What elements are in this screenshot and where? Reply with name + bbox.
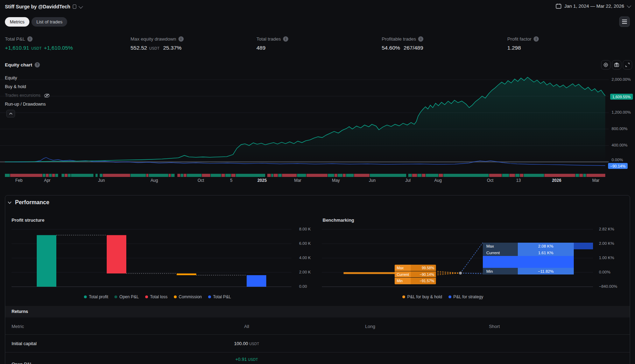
chevron-down-icon	[8, 201, 12, 204]
y-axis-label: 1.00 K%	[599, 256, 614, 260]
legend-pnl-buy-hold[interactable]: P&L for buy & hold	[402, 294, 442, 299]
tab-list-of-trades[interactable]: List of trades	[31, 17, 67, 27]
y-axis-label: 8.00 K	[299, 227, 311, 231]
x-axis-label: Aug	[144, 178, 165, 183]
legend-open-pnl[interactable]: Open P&L	[114, 294, 139, 299]
calendar-icon	[556, 3, 562, 9]
metric-value: 1.298	[507, 45, 521, 51]
performance-header[interactable]: Performance	[8, 199, 49, 206]
x-axis-label: Feb	[8, 178, 29, 183]
date-range-label: Jan 1, 2024 — Mar 22, 2026	[564, 3, 624, 9]
x-axis-label: 2026	[546, 178, 567, 183]
x-axis-label: Jun	[91, 178, 112, 183]
legend-pnl-strategy[interactable]: P&L for strategy	[449, 294, 484, 299]
x-axis-label: Mar	[585, 178, 606, 183]
strategy-title-group[interactable]: Stiff Surge by @DaviddTech	[5, 4, 82, 9]
y-axis-label: 2.00 K	[299, 270, 311, 274]
strategy-tester-panel: Stiff Surge by @DaviddTech Jan 1, 2024 —…	[0, 0, 635, 364]
legend-total-pnl[interactable]: Total P&L	[208, 294, 231, 299]
trade-markers-strip[interactable]	[5, 174, 605, 177]
x-axis-label: 5	[221, 178, 242, 183]
equity-chart-title: Equity chart ?	[5, 62, 40, 67]
x-axis-label: Apr	[37, 178, 58, 183]
profit-structure-title: Profit structure	[12, 217, 44, 223]
legend-commission[interactable]: Commission	[174, 294, 202, 299]
x-axis-label: May	[325, 178, 346, 183]
equity-current-badge: 1,609.55%	[610, 94, 633, 100]
svg-text:Min: Min	[486, 269, 493, 273]
chevron-down-icon	[78, 4, 83, 8]
y-axis-label: 0.00	[299, 284, 307, 288]
y-axis-label: 2.82 K%	[599, 227, 614, 231]
chart-fullscreen-button[interactable]	[623, 60, 632, 70]
x-axis-label: 13	[508, 178, 529, 183]
benchmarking-legend: P&L for buy & hold P&L for strategy	[402, 294, 483, 299]
camera-icon	[614, 62, 619, 67]
date-range-picker[interactable]: Jan 1, 2024 — Mar 22, 2026	[556, 3, 630, 9]
col-short: Short	[459, 324, 529, 329]
y-axis-label: 2.00 K%	[599, 241, 614, 245]
metric-label: Profitable trades	[382, 36, 416, 42]
metric-label: Max equity drawdown	[130, 36, 176, 42]
metric-total-pnl: Total P&Li +1,610.91USDT+1,610.05%	[5, 36, 73, 51]
page-title: Stiff Surge by @DaviddTech	[5, 4, 70, 9]
profit-structure-legend: Total profit Open P&L Total loss Commiss…	[84, 294, 231, 299]
layout-menu-button[interactable]	[619, 16, 630, 27]
metric-extra: +1,610.05%	[44, 45, 73, 51]
equity-x-axis: FebAprJunAugOct52025MarMayJunJulAugOct13…	[0, 178, 609, 184]
legend-total-profit[interactable]: Total profit	[84, 294, 108, 299]
profit-structure-y-axis: 8.00 K6.00 K4.00 K2.00 K0.00	[299, 226, 320, 290]
benchmarking-title: Benchmarking	[323, 217, 354, 223]
profit-structure-chart	[12, 226, 295, 290]
metric-label: Total P&L	[5, 36, 25, 42]
help-icon[interactable]: ?	[35, 62, 40, 67]
col-long: Long	[335, 324, 405, 329]
metric-value: 54.60%	[382, 45, 400, 51]
legend-total-loss[interactable]: Total loss	[145, 294, 168, 299]
info-icon[interactable]: i	[27, 36, 33, 42]
gear-icon	[603, 62, 608, 67]
returns-table-header: Metric All Long Short	[5, 317, 630, 335]
metric-profit-factor: Profit factori 1.298	[507, 36, 539, 51]
x-axis-label: Aug	[428, 178, 449, 183]
metric-extra: 25.37%	[163, 45, 182, 51]
metric-total-trades: Total tradesi 489	[256, 36, 288, 51]
info-icon[interactable]: i	[283, 36, 288, 42]
svg-text:Current: Current	[486, 251, 500, 255]
info-icon[interactable]: i	[178, 36, 184, 42]
x-axis-label: Jul	[397, 178, 418, 183]
svg-text:1.61 K%: 1.61 K%	[538, 251, 553, 255]
info-icon[interactable]: i	[534, 36, 539, 42]
x-axis-label: Jun	[362, 178, 383, 183]
y-axis-label: 400.00%	[612, 143, 627, 147]
buyhold-current-badge: −90.14%	[608, 163, 628, 169]
y-axis-label: 4.00 K	[299, 256, 311, 260]
metric-value: 489	[256, 45, 266, 51]
equity-chart-plot[interactable]	[0, 68, 609, 173]
y-axis-label: 0.00%	[599, 270, 611, 274]
benchmarking-chart: Max2.08 K%Current1.61 K%Min−11.82%	[322, 226, 595, 290]
svg-text:2.08 K%: 2.08 K%	[538, 244, 553, 248]
buyhold-range-tooltip: Max99.58% Current−90.14% Min−91.57%	[395, 265, 436, 284]
x-axis-label: Oct	[190, 178, 211, 183]
metric-profitable-trades: Profitable tradesi 54.60%267/489	[382, 36, 423, 51]
tab-metrics[interactable]: Metrics	[5, 17, 29, 27]
returns-section-header: Returns	[5, 306, 630, 317]
y-axis-label: 6.00 K	[299, 241, 311, 245]
y-axis-label: 1,200.00%	[612, 110, 631, 114]
x-axis-label: Mar	[287, 178, 308, 183]
metric-label: Profit factor	[507, 36, 531, 42]
x-axis-label: Oct	[480, 178, 501, 183]
y-axis-label: 2,000.00%	[612, 77, 631, 81]
y-axis-label: 0.00%	[612, 158, 623, 162]
table-row-open-pnl: Open P&L +0.91 USDT	[5, 352, 630, 364]
metric-extra: 267/489	[404, 45, 423, 51]
lock-icon	[73, 5, 76, 9]
svg-text:Max: Max	[486, 244, 494, 248]
metric-label: Total trades	[256, 36, 281, 42]
col-all: All	[201, 324, 292, 329]
expand-icon	[625, 62, 630, 67]
metric-value: +1,610.91	[5, 45, 29, 51]
chart-snapshot-button[interactable]	[612, 60, 621, 70]
info-icon[interactable]: i	[418, 36, 423, 42]
